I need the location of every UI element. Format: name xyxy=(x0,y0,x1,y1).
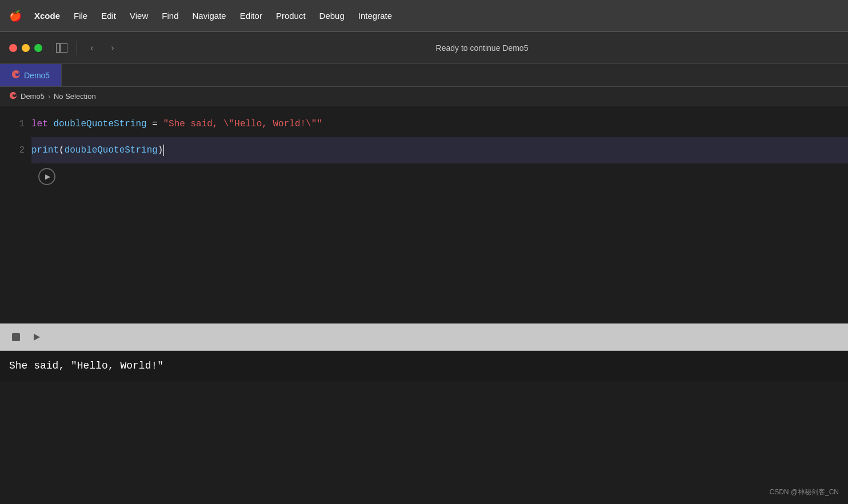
sidebar-toggle-button[interactable] xyxy=(54,40,70,56)
swift-tab-icon xyxy=(11,70,21,81)
var-doublequotestring: doubleQuoteString xyxy=(48,111,147,137)
svg-rect-1 xyxy=(56,43,67,53)
code-line-2[interactable]: print(doubleQuoteString) xyxy=(31,137,848,163)
code-editor: 1 2 let doubleQuoteString = "She said, \… xyxy=(0,106,848,323)
forward-button[interactable]: › xyxy=(105,40,121,56)
menu-debug[interactable]: Debug xyxy=(314,9,350,23)
breadcrumb-chevron-icon: › xyxy=(48,93,50,101)
paren-open: ( xyxy=(59,137,65,163)
fn-print: print xyxy=(31,137,59,163)
line-number-2: 2 xyxy=(19,137,25,163)
menu-edit[interactable]: Edit xyxy=(95,9,122,23)
paren-close: ) xyxy=(158,137,163,163)
svg-rect-3 xyxy=(12,333,20,341)
minimize-button[interactable] xyxy=(22,44,30,52)
menu-xcode[interactable]: Xcode xyxy=(29,9,66,23)
stop-button[interactable] xyxy=(9,330,23,344)
maximize-button[interactable] xyxy=(34,44,42,52)
menu-editor[interactable]: Editor xyxy=(234,9,268,23)
menu-navigate[interactable]: Navigate xyxy=(186,9,231,23)
status-label: Ready to continue Demo5 xyxy=(125,43,839,53)
svg-rect-0 xyxy=(56,43,60,53)
line-numbers: 1 2 xyxy=(0,106,31,323)
menu-view[interactable]: View xyxy=(124,9,154,23)
menu-file[interactable]: File xyxy=(68,9,93,23)
menu-find[interactable]: Find xyxy=(156,9,184,23)
code-line-1[interactable]: let doubleQuoteString = "She said, \"Hel… xyxy=(31,111,848,137)
menu-integrate[interactable]: Integrate xyxy=(353,9,398,23)
keyword-let: let xyxy=(31,111,48,137)
console-output: She said, "Hello, World!" xyxy=(9,360,163,371)
tab-demo5[interactable]: Demo5 xyxy=(0,64,62,86)
tab-demo5-label: Demo5 xyxy=(24,71,50,80)
watermark: CSDN @神秘剑客_CN xyxy=(769,487,839,497)
arg-doublequotestring: doubleQuoteString xyxy=(65,137,158,163)
menubar: 🍎 Xcode File Edit View Find Navigate Edi… xyxy=(0,0,848,32)
line-number-1: 1 xyxy=(19,111,25,137)
breadcrumb-swift-icon xyxy=(9,91,17,101)
breadcrumb-selection[interactable]: No Selection xyxy=(54,92,96,101)
traffic-lights xyxy=(9,44,42,52)
run-button[interactable]: ▶ xyxy=(38,168,55,185)
menu-product[interactable]: Product xyxy=(270,9,311,23)
toolbar-separator xyxy=(77,41,77,55)
toolbar: ‹ › Ready to continue Demo5 xyxy=(0,32,848,64)
text-cursor xyxy=(163,145,164,156)
string-value: "She said, \"Hello, World!\"" xyxy=(163,111,322,137)
apple-logo-icon[interactable]: 🍎 xyxy=(9,10,22,22)
breadcrumb: Demo5 › No Selection xyxy=(0,87,848,106)
run-indicator-area: ▶ xyxy=(31,163,848,190)
debug-bar xyxy=(0,323,848,351)
breadcrumb-project[interactable]: Demo5 xyxy=(21,92,45,101)
code-lines[interactable]: let doubleQuoteString = "She said, \"Hel… xyxy=(31,106,848,323)
back-button[interactable]: ‹ xyxy=(84,40,100,56)
operator-assign: = xyxy=(147,111,163,137)
tabbar: Demo5 xyxy=(0,64,848,87)
close-button[interactable] xyxy=(9,44,17,52)
continue-button[interactable] xyxy=(30,330,43,344)
svg-marker-4 xyxy=(34,334,40,341)
console-area: She said, "Hello, World!" xyxy=(0,351,848,381)
